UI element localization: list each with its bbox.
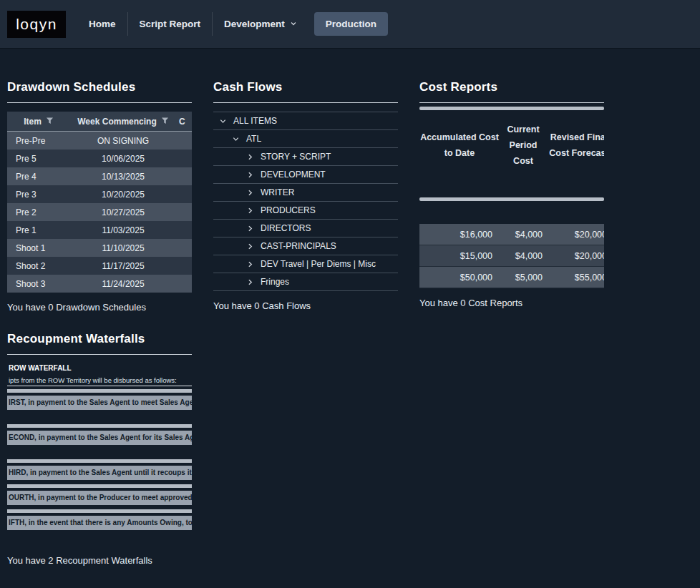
waterfall-tier-second[interactable]: ECOND, in payment to the Sales Agent for… (7, 431, 192, 445)
table-row[interactable]: $15,000 $4,000 $20,000 (419, 245, 604, 267)
tree-item-writer[interactable]: WRITER (213, 184, 398, 202)
chevron-down-icon[interactable] (232, 135, 240, 143)
waterfall-header[interactable]: ROW WATERFALL (7, 362, 192, 375)
cost-header-current-period[interactable]: Current Period Cost (500, 122, 547, 170)
tree-item-label: DEV Travel | Per Diems | Misc (261, 259, 376, 269)
nav-development-label: Development (224, 19, 285, 29)
tree-item-atl[interactable]: ATL (213, 130, 398, 148)
chevron-right-icon[interactable] (246, 260, 254, 268)
table-row[interactable]: Shoot 2 11/17/2025 (7, 257, 192, 275)
chevron-down-icon[interactable] (219, 117, 227, 125)
waterfall-tier-third[interactable]: HIRD, in payment to the Sales Agent unti… (7, 466, 192, 480)
chevron-right-icon[interactable] (246, 171, 254, 179)
table-row[interactable]: Pre 4 10/13/2025 (7, 167, 192, 185)
table-row[interactable]: Shoot 1 11/10/2025 (7, 239, 192, 257)
tree-item-label: PRODUCERS (261, 205, 316, 215)
cost-reports-count-note: You have 0 Cost Reports (419, 298, 604, 308)
cost-reports-table: Accumulated Cost to Date Current Period … (419, 103, 604, 288)
tree-item-label: ALL ITEMS (233, 116, 277, 126)
tree-item-development[interactable]: DEVELOPMENT (213, 166, 398, 184)
drawdown-cell-item: Shoot 3 (7, 275, 70, 293)
drawdown-table: Item Week Commencing C Pre-Pre ON S (7, 112, 192, 293)
filter-icon[interactable] (161, 117, 169, 127)
table-row[interactable]: Pre 5 10/06/2025 (7, 150, 192, 167)
drawdown-cell-item: Pre 4 (7, 167, 70, 185)
cost-cell-current: $4,000 (500, 251, 547, 261)
chevron-right-icon[interactable] (246, 189, 254, 197)
nav-item-home[interactable]: Home (77, 12, 127, 36)
cost-cell-accumulated: $16,000 (419, 230, 500, 240)
tree-item-story-script[interactable]: STORY + SCRIPT (213, 148, 398, 166)
cost-cell-forecast: $20,000 (547, 251, 604, 261)
waterfall-tier-fourth[interactable]: OURTH, in payment to the Producer to mee… (7, 491, 192, 505)
drawdown-cell-week: 10/06/2025 (70, 150, 176, 167)
waterfall-subheader: ipts from the ROW Territory will be disb… (7, 375, 192, 386)
nav-item-script-report[interactable]: Script Report (127, 12, 213, 36)
chevron-right-icon[interactable] (246, 278, 254, 286)
tree-item-label: DEVELOPMENT (261, 170, 326, 180)
drawdown-header-week[interactable]: Week Commencing (70, 112, 176, 131)
drawdown-cell-week: ON SIGNING (70, 132, 176, 150)
table-row[interactable]: Shoot 3 11/24/2025 (7, 275, 192, 293)
drawdown-header-cost[interactable]: C (176, 112, 192, 131)
table-row[interactable]: Pre 2 10/27/2025 (7, 203, 192, 221)
cash-flows-count-note: You have 0 Cash Flows (213, 300, 398, 311)
cost-cell-accumulated: $15,000 (419, 251, 500, 261)
waterfall-tier-first[interactable]: IRST, in payment to the Sales Agent to m… (7, 396, 192, 410)
chevron-right-icon[interactable] (246, 153, 254, 161)
cost-reports-header-row: Accumulated Cost to Date Current Period … (419, 110, 604, 182)
drawdown-cell-item: Shoot 1 (7, 239, 70, 257)
drawdown-cell-week: 10/27/2025 (70, 203, 176, 221)
drawdown-cell-cost (176, 167, 192, 185)
cash-flows-title: Cash Flows (213, 80, 398, 103)
tree-item-all-items[interactable]: ALL ITEMS (213, 112, 398, 130)
drawdown-cell-week: 11/03/2025 (70, 221, 176, 239)
tree-item-cast-principals[interactable]: CAST-PRINCIPALS (213, 237, 398, 255)
cost-header-accumulated[interactable]: Accumulated Cost to Date (419, 130, 500, 162)
drawdown-header-week-label: Week Commencing (77, 117, 156, 127)
cost-cell-accumulated: $50,000 (419, 273, 500, 283)
tree-item-producers[interactable]: PRODUCERS (213, 202, 398, 220)
drawdown-cell-week: 10/13/2025 (70, 167, 176, 185)
drawdown-header-cost-label: C (179, 117, 185, 127)
drawdown-cell-item: Pre 5 (7, 150, 70, 167)
chevron-right-icon[interactable] (246, 207, 254, 215)
tree-item-fringes[interactable]: Fringes (213, 273, 398, 291)
tree-item-dev-travel[interactable]: DEV Travel | Per Diems | Misc (213, 255, 398, 273)
filter-icon[interactable] (46, 117, 54, 127)
drawdown-title: Drawdown Schedules (7, 80, 192, 103)
tree-item-label: WRITER (261, 187, 294, 197)
table-row[interactable]: Pre 3 10/20/2025 (7, 185, 192, 203)
brand-logo-text: loqyn (16, 16, 57, 33)
horizontal-scrollbar[interactable] (419, 197, 604, 201)
recoupment-waterfalls-section: Recoupment Waterfalls ROW WATERFALL ipts… (7, 332, 192, 566)
drawdown-cell-item: Shoot 2 (7, 257, 70, 275)
waterfall-table: ROW WATERFALL ipts from the ROW Territor… (7, 362, 192, 546)
cost-reports-title: Cost Reports (419, 80, 604, 103)
drawdown-cell-cost (176, 257, 192, 275)
tree-item-directors[interactable]: DIRECTORS (213, 220, 398, 237)
drawdown-count-note: You have 0 Drawdown Schedules (7, 302, 192, 313)
chevron-right-icon[interactable] (246, 225, 254, 232)
cost-reports-section: Cost Reports Accumulated Cost to Date Cu… (419, 80, 604, 308)
table-row[interactable]: Pre-Pre ON SIGNING (7, 132, 192, 150)
nav-item-production[interactable]: Production (314, 12, 388, 36)
drawdown-cell-cost (176, 275, 192, 293)
nav-production-label: Production (326, 19, 376, 29)
nav-script-report-label: Script Report (140, 19, 201, 29)
table-row[interactable]: $50,000 $5,000 $55,000 (419, 267, 604, 288)
drawdown-header-item[interactable]: Item (7, 112, 70, 131)
drawdown-cell-cost (176, 132, 192, 150)
drawdown-cell-week: 11/10/2025 (70, 239, 176, 257)
cost-header-revised-forecast[interactable]: Revised Final Cost Forecast (547, 130, 604, 162)
drawdown-cell-week: 11/24/2025 (70, 275, 176, 293)
chevron-right-icon[interactable] (246, 242, 254, 250)
nav-item-development[interactable]: Development (212, 12, 308, 36)
waterfall-tier-fifth[interactable]: IFTH, in the event that there is any Amo… (7, 516, 192, 530)
table-row[interactable]: $16,000 $4,000 $20,000 (419, 224, 604, 245)
waterfalls-count-note: You have 2 Recoupment Waterfalls (7, 555, 192, 566)
drawdown-cell-cost (176, 221, 192, 239)
drawdown-schedules-section: Drawdown Schedules Item Week Commencing … (7, 80, 192, 313)
table-row[interactable]: Pre 1 11/03/2025 (7, 221, 192, 239)
brand-logo[interactable]: loqyn (7, 11, 66, 38)
